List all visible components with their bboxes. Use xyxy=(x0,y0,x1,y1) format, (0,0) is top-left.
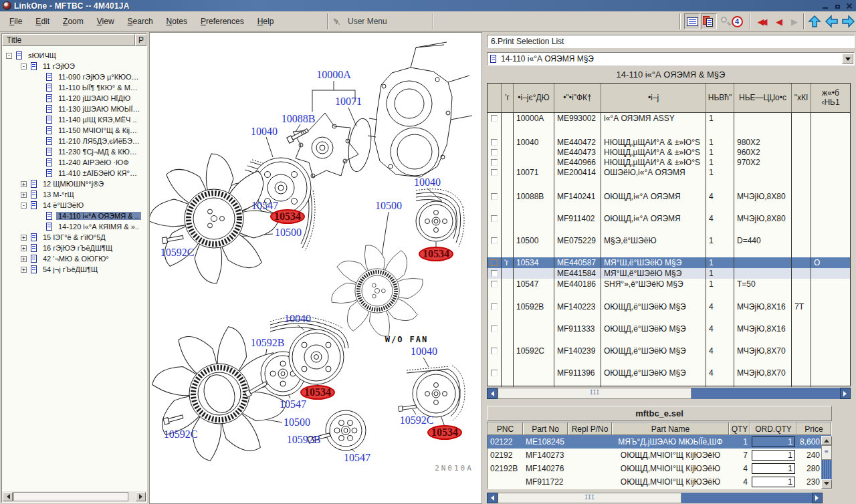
tree-item[interactable]: + 13 М-°гЩ xyxy=(2,189,146,200)
part-callout[interactable]: 10500 xyxy=(375,200,402,212)
menu-item[interactable]: Preferences xyxy=(194,15,251,27)
go-next-button[interactable] xyxy=(840,13,856,29)
parts-table-row[interactable]: 10592C MF140239 ОЮЩД,ё°ШЭёЮ М§Э 4 МЧЭјЮ,… xyxy=(488,346,850,368)
tree-item[interactable]: + 12 ЩМЮШN°°ј®Э xyxy=(2,178,146,189)
tree-expander[interactable]: - xyxy=(6,53,12,59)
row-select-checkbox[interactable] xyxy=(488,157,502,167)
part-callout[interactable]: 10592C xyxy=(164,428,198,440)
tree-item[interactable]: - 11 гЭјЮЭ xyxy=(2,61,146,72)
scroll-thumb[interactable] xyxy=(498,388,691,399)
row-select-checkbox[interactable] xyxy=(488,137,502,147)
tree-item[interactable]: + 16 гЭјЮЭ гЪёДШ¶Щ xyxy=(2,243,146,253)
ord-qty-input[interactable]: 1 xyxy=(752,477,795,487)
combobox-dropdown-button[interactable] xyxy=(842,53,853,64)
selection-horizontal-scrollbar[interactable] xyxy=(487,493,823,503)
row-select-checkbox[interactable] xyxy=(488,235,502,257)
minimize-button[interactable] xyxy=(821,1,830,10)
part-callout[interactable]: 10534 xyxy=(270,209,305,224)
tree-item[interactable]: 11-240 АІРЭёЮ ·ЮФ xyxy=(2,157,146,168)
tree-item[interactable]: 11-150 МЧІОІ°Щ & Кіј… xyxy=(2,125,146,136)
part-callout[interactable]: 10040 xyxy=(411,346,437,358)
scroll-right-button[interactable] xyxy=(812,493,823,503)
tree-item[interactable]: 11-130 јШЭАЮ МЮЫЇ… xyxy=(2,104,146,114)
tree-expander[interactable]: + xyxy=(21,235,27,241)
parts-table-row[interactable]: ME441584 МЯ°Ш,ё°ШЭёЮ М§Э 1 xyxy=(488,268,850,279)
parts-table-row[interactable]: 10592B MF140223 ОЮЩД,ё°ШЭёЮ М§Э 4 МЧЭјЮ,… xyxy=(488,301,850,324)
tree-item[interactable]: 14-120 i«°А КЯІМЯ & ».. xyxy=(2,221,146,232)
part-callout[interactable]: 10040 xyxy=(414,176,441,188)
scroll-down-button[interactable] xyxy=(821,479,832,489)
part-callout[interactable]: 2N010A xyxy=(435,464,473,473)
tree-item[interactable]: + 54 ј¬ј гЪёДШ¶Щ xyxy=(2,264,146,275)
part-callout[interactable]: 10534 xyxy=(300,385,335,400)
go-up-button[interactable] xyxy=(807,13,823,29)
part-callout[interactable]: 10071 xyxy=(335,96,362,108)
row-select-checkbox[interactable] xyxy=(488,147,502,157)
parts-table-row[interactable]: MF911396 ОЮЩД,ё°ШЭёЮ М§Э 4 МЧЭјЮ,8X70 xyxy=(488,368,850,387)
parts-table-row[interactable]: MF911333 ОЮЩД,ё°ШЭёЮ М§Э 4 МЧЭјЮ,8X16 xyxy=(488,324,850,346)
print-selection-button[interactable] xyxy=(701,13,717,29)
parts-table-row[interactable]: 10071 ME200414 ОШЭёЮ,i«°А ОЯЭМЯ 1 xyxy=(488,167,850,191)
menu-item[interactable]: Help xyxy=(251,15,281,27)
go-previous-button[interactable] xyxy=(824,13,840,29)
scroll-left-button[interactable] xyxy=(487,493,498,503)
selection-table-row[interactable]: 02192B MF140276 ОЮЩД,МЧІОІ°Щ КіјЮЭёЮ 4 1… xyxy=(488,462,831,475)
scroll-right-button[interactable] xyxy=(840,388,851,399)
tree-item[interactable]: 11-140 µІЩ КЯЭ,МЁЧ .. xyxy=(2,114,146,125)
part-callout[interactable]: 10500 xyxy=(284,416,310,428)
row-select-checkbox[interactable] xyxy=(488,324,502,346)
tree-expander[interactable]: + xyxy=(21,267,27,273)
tree-item[interactable]: 11-090 гЭјЮЭ µ°КЮО… xyxy=(2,72,146,82)
parts-table-row[interactable]: 10000A ME993002 i«°А ОЯЭМЯ ASSY 1 xyxy=(488,113,850,137)
row-select-checkbox[interactable] xyxy=(488,213,502,235)
section-combobox[interactable]: 14-110 i«°А ОЯЭМЯ М§Э xyxy=(487,52,855,66)
nav-first-button[interactable]: ◀◀ xyxy=(754,13,770,29)
tree-expander[interactable]: + xyxy=(21,181,27,187)
ord-qty-input[interactable]: 1 xyxy=(752,463,795,474)
parts-table-row[interactable]: ME440966 НЮЩД,µЩАИ°А & ±»Ю°S 1 970X2 xyxy=(488,157,850,167)
scroll-right-button[interactable] xyxy=(136,492,146,501)
menu-item[interactable]: Search xyxy=(121,15,160,27)
nav-back-button[interactable]: ◀ xyxy=(771,13,787,29)
parts-table-row[interactable]: MF911402 ОЮЩД,i«°А ОЯЭМЯ 4 МЧЭјЮ,8X80 xyxy=(488,213,850,235)
row-select-checkbox[interactable] xyxy=(488,346,502,368)
part-callout[interactable]: 10592C xyxy=(400,414,434,426)
tree-item[interactable]: 11-210 ЛЯ5ДЭ,єИёБЭ… xyxy=(2,136,146,146)
tree-expander[interactable]: - xyxy=(21,64,27,70)
maximize-button[interactable] xyxy=(833,1,842,10)
tree-item[interactable]: - 14 ё°ШЭёЮ xyxy=(2,200,146,211)
tree-item[interactable]: 11-110 ЫЇ¶ ¶КЮ° & М… xyxy=(2,82,146,93)
row-select-checkbox[interactable] xyxy=(488,113,502,137)
menu-item[interactable]: Edit xyxy=(29,15,56,27)
part-callout[interactable]: 10534 xyxy=(419,247,453,261)
part-callout[interactable]: 10000A xyxy=(316,69,351,81)
tree-item[interactable]: 14-110 i«°А ОЯЭМЯ & .. xyxy=(2,211,146,221)
selection-table-row[interactable]: MF911722 ОЮЩД,МЧІОІ°Щ КіјЮЭёЮ 4 1 230 xyxy=(488,475,831,489)
parts-table-row[interactable]: 10547 ME440186 SНЯ°»,ё°ШЭёЮ М§Э 1 T=50 xyxy=(488,279,850,301)
panel-splitter[interactable] xyxy=(483,32,485,504)
row-select-checkbox[interactable] xyxy=(488,268,502,279)
diagram-panel[interactable]: 10000A 10071 10088B 10040 10547 10534 10… xyxy=(149,32,482,504)
notes-count-button[interactable]: 4 xyxy=(729,13,745,29)
close-button[interactable] xyxy=(845,1,854,10)
part-callout[interactable]: 10534 xyxy=(427,425,462,440)
ord-qty-input[interactable]: 1 xyxy=(752,450,795,461)
part-callout[interactable]: 10592B xyxy=(287,434,321,446)
selection-vertical-scrollbar[interactable] xyxy=(821,436,832,489)
scroll-left-button[interactable] xyxy=(487,388,498,399)
tree-expander[interactable]: + xyxy=(21,192,27,198)
row-select-checkbox[interactable] xyxy=(488,301,502,324)
tree-expander[interactable]: - xyxy=(21,203,27,209)
tree-item[interactable]: - sЮИЧЩ xyxy=(2,50,146,61)
tree-item[interactable]: 11-230 ¶Сј¬МД & КЮ… xyxy=(2,146,146,157)
part-callout[interactable]: 10592C xyxy=(160,247,195,259)
row-select-checkbox[interactable] xyxy=(488,368,502,387)
tree-horizontal-scrollbar[interactable] xyxy=(2,491,146,502)
row-select-checkbox[interactable] xyxy=(488,257,502,268)
parts-table-row[interactable]: 'г 10534 ME440587 МЯ°Ш,ё°ШЭёЮ М§Э 1 O xyxy=(488,257,850,268)
selection-table-row[interactable]: 02192 MF140273 ОЮЩД,МЧІОІ°Щ КіјЮЭёЮ 7 1 … xyxy=(488,449,831,462)
tree-item[interactable]: + 42 '¬МЮ & ОЮГЮ° xyxy=(2,253,146,264)
scroll-thumb[interactable] xyxy=(498,493,681,503)
part-callout[interactable]: 10547 xyxy=(280,398,306,410)
ord-qty-input[interactable]: 1 xyxy=(752,436,795,447)
